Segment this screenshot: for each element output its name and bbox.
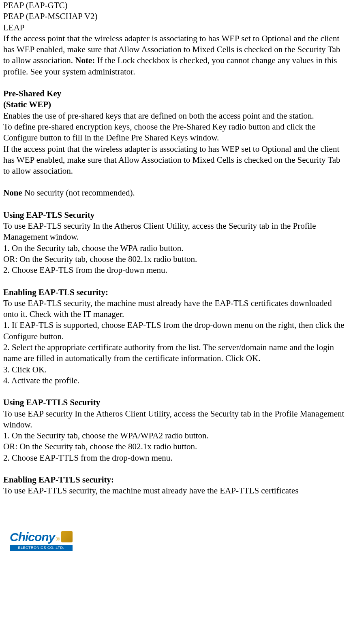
text-run: No security (not recommended). <box>22 188 135 198</box>
heading-eap-ttls: Using EAP-TTLS Security <box>3 397 348 408</box>
text-line: PEAP (EAP-MSCHAP V2) <box>3 11 348 22</box>
registered-icon: ® <box>56 536 60 543</box>
heading-psk: Pre-Shared Key <box>3 88 348 99</box>
chicony-logo: Chicony® ELECTRONICS CO.,LTD. <box>10 529 73 551</box>
text-line: PEAP (EAP-GTC) <box>3 0 348 11</box>
heading-eap-tls: Using EAP-TLS Security <box>3 210 348 221</box>
document-body: PEAP (EAP-GTC) PEAP (EAP-MSCHAP V2) LEAP… <box>0 0 351 497</box>
text-line: LEAP <box>3 22 348 33</box>
text-line: OR: On the Security tab, choose the 802.… <box>3 254 348 265</box>
heading-eap-tls-enable: Enabling EAP-TLS security: <box>3 287 348 298</box>
text-paragraph: Enables the use of pre-shared keys that … <box>3 111 348 121</box>
text-line: 1. On the Security tab, choose the WPA/W… <box>3 430 348 441</box>
text-paragraph: None No security (not recommended). <box>3 187 348 198</box>
text-line: 3. Click OK. <box>3 364 348 375</box>
text-line: OR: On the Security tab, choose the 802.… <box>3 441 348 452</box>
text-paragraph: To use EAP security In the Atheros Clien… <box>3 408 348 431</box>
chip-icon <box>61 531 73 542</box>
text-paragraph: To define pre-shared encryption keys, ch… <box>3 121 348 144</box>
text-paragraph: 2. Select the appropriate certificate au… <box>3 342 348 364</box>
text-paragraph: To use EAP-TLS security, the machine mus… <box>3 298 348 320</box>
text-line: 4. Activate the profile. <box>3 375 348 386</box>
text-paragraph: If the access point that the wireless ad… <box>3 144 348 177</box>
text-line: 2. Choose EAP-TTLS from the drop-down me… <box>3 453 348 463</box>
note-label: Note: <box>75 55 95 65</box>
text-paragraph: If the access point that the wireless ad… <box>3 33 348 77</box>
text-line: 1. On the Security tab, choose the WPA r… <box>3 243 348 254</box>
heading-psk-sub: (Static WEP) <box>3 99 348 110</box>
heading-eap-ttls-enable: Enabling EAP-TTLS security: <box>3 474 348 485</box>
text-paragraph: To use EAP-TTLS security, the machine mu… <box>3 485 348 496</box>
logo-brand-text: Chicony <box>10 529 55 545</box>
none-label: None <box>3 188 22 198</box>
text-line: 2. Choose EAP-TLS from the drop-down men… <box>3 265 348 276</box>
footer-logo-area: Chicony® ELECTRONICS CO.,LTD. <box>0 529 351 552</box>
text-paragraph: 1. If EAP-TLS is supported, choose EAP-T… <box>3 320 348 342</box>
text-paragraph: To use EAP-TLS security In the Atheros C… <box>3 221 348 243</box>
logo-subtitle: ELECTRONICS CO.,LTD. <box>10 545 73 551</box>
